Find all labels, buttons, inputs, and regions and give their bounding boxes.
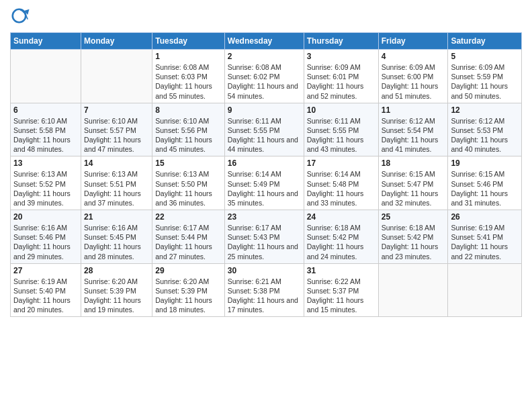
- cell-day-number: 9: [228, 105, 301, 115]
- calendar-cell: 20Sunrise: 6:16 AM Sunset: 5:46 PM Dayli…: [11, 210, 81, 264]
- calendar-cell: 15Sunrise: 6:13 AM Sunset: 5:50 PM Dayli…: [152, 156, 225, 210]
- cell-day-number: 12: [451, 105, 519, 115]
- cell-sun-info: Sunrise: 6:18 AM Sunset: 5:42 PM Dayligh…: [382, 223, 445, 261]
- cell-day-number: 29: [155, 266, 222, 275]
- calendar-week-3: 13Sunrise: 6:13 AM Sunset: 5:52 PM Dayli…: [11, 156, 522, 210]
- cell-sun-info: Sunrise: 6:11 AM Sunset: 5:55 PM Dayligh…: [307, 116, 375, 154]
- calendar-cell: 26Sunrise: 6:19 AM Sunset: 5:41 PM Dayli…: [448, 210, 522, 264]
- calendar-cell: 4Sunrise: 6:09 AM Sunset: 6:00 PM Daylig…: [378, 50, 448, 103]
- header: [10, 7, 522, 27]
- cell-sun-info: Sunrise: 6:13 AM Sunset: 5:51 PM Dayligh…: [84, 169, 149, 208]
- cell-sun-info: Sunrise: 6:15 AM Sunset: 5:47 PM Dayligh…: [382, 169, 445, 208]
- cell-day-number: 15: [155, 158, 222, 168]
- calendar-cell: 29Sunrise: 6:20 AM Sunset: 5:39 PM Dayli…: [152, 263, 225, 317]
- calendar-cell: 16Sunrise: 6:14 AM Sunset: 5:49 PM Dayli…: [224, 156, 304, 210]
- calendar-cell: 27Sunrise: 6:19 AM Sunset: 5:40 PM Dayli…: [11, 263, 81, 317]
- calendar-header-saturday: Saturday: [448, 33, 522, 50]
- cell-sun-info: Sunrise: 6:10 AM Sunset: 5:56 PM Dayligh…: [155, 116, 222, 154]
- calendar-cell: [378, 263, 448, 317]
- calendar-cell: 11Sunrise: 6:12 AM Sunset: 5:54 PM Dayli…: [378, 103, 448, 156]
- calendar-cell: 30Sunrise: 6:21 AM Sunset: 5:38 PM Dayli…: [224, 263, 304, 317]
- cell-sun-info: Sunrise: 6:22 AM Sunset: 5:37 PM Dayligh…: [307, 277, 375, 315]
- calendar-cell: 2Sunrise: 6:08 AM Sunset: 6:02 PM Daylig…: [224, 50, 304, 103]
- calendar-cell: [81, 50, 152, 103]
- calendar-cell: 12Sunrise: 6:12 AM Sunset: 5:53 PM Dayli…: [448, 103, 522, 156]
- cell-sun-info: Sunrise: 6:21 AM Sunset: 5:38 PM Dayligh…: [228, 277, 301, 315]
- calendar-table: SundayMondayTuesdayWednesdayThursdayFrid…: [10, 32, 522, 317]
- cell-sun-info: Sunrise: 6:16 AM Sunset: 5:45 PM Dayligh…: [84, 223, 149, 261]
- page: SundayMondayTuesdayWednesdayThursdayFrid…: [0, 0, 532, 411]
- calendar-cell: 28Sunrise: 6:20 AM Sunset: 5:39 PM Dayli…: [81, 263, 152, 317]
- cell-sun-info: Sunrise: 6:10 AM Sunset: 5:58 PM Dayligh…: [13, 116, 78, 154]
- calendar-cell: 22Sunrise: 6:17 AM Sunset: 5:44 PM Dayli…: [152, 210, 225, 264]
- cell-sun-info: Sunrise: 6:13 AM Sunset: 5:52 PM Dayligh…: [13, 169, 78, 208]
- calendar-header-thursday: Thursday: [304, 33, 378, 50]
- calendar-cell: 13Sunrise: 6:13 AM Sunset: 5:52 PM Dayli…: [11, 156, 81, 210]
- calendar-cell: 8Sunrise: 6:10 AM Sunset: 5:56 PM Daylig…: [152, 103, 225, 156]
- cell-day-number: 14: [84, 158, 149, 168]
- cell-day-number: 10: [307, 105, 375, 115]
- cell-day-number: 30: [228, 266, 301, 275]
- cell-day-number: 25: [382, 212, 445, 222]
- cell-sun-info: Sunrise: 6:12 AM Sunset: 5:54 PM Dayligh…: [382, 116, 445, 154]
- calendar-cell: [448, 263, 522, 317]
- cell-day-number: 7: [84, 105, 149, 115]
- cell-day-number: 21: [84, 212, 149, 222]
- calendar-cell: 14Sunrise: 6:13 AM Sunset: 5:51 PM Dayli…: [81, 156, 152, 210]
- cell-sun-info: Sunrise: 6:10 AM Sunset: 5:57 PM Dayligh…: [84, 116, 149, 154]
- cell-sun-info: Sunrise: 6:17 AM Sunset: 5:43 PM Dayligh…: [228, 223, 301, 261]
- cell-sun-info: Sunrise: 6:09 AM Sunset: 5:59 PM Dayligh…: [451, 62, 519, 101]
- cell-day-number: 28: [84, 266, 149, 275]
- cell-day-number: 2: [228, 52, 301, 61]
- cell-sun-info: Sunrise: 6:08 AM Sunset: 6:02 PM Dayligh…: [228, 62, 301, 101]
- cell-day-number: 27: [13, 266, 78, 275]
- cell-day-number: 26: [451, 212, 519, 222]
- calendar-cell: 24Sunrise: 6:18 AM Sunset: 5:42 PM Dayli…: [304, 210, 378, 264]
- calendar-cell: 6Sunrise: 6:10 AM Sunset: 5:58 PM Daylig…: [11, 103, 81, 156]
- cell-day-number: 18: [382, 158, 445, 168]
- cell-sun-info: Sunrise: 6:20 AM Sunset: 5:39 PM Dayligh…: [84, 277, 149, 315]
- cell-day-number: 17: [307, 158, 375, 168]
- cell-day-number: 19: [451, 158, 519, 168]
- calendar-cell: 31Sunrise: 6:22 AM Sunset: 5:37 PM Dayli…: [304, 263, 378, 317]
- calendar-cell: [11, 50, 81, 103]
- cell-sun-info: Sunrise: 6:11 AM Sunset: 5:55 PM Dayligh…: [228, 116, 301, 154]
- cell-day-number: 24: [307, 212, 375, 222]
- calendar-week-4: 20Sunrise: 6:16 AM Sunset: 5:46 PM Dayli…: [11, 210, 522, 264]
- calendar-header-friday: Friday: [378, 33, 448, 50]
- cell-sun-info: Sunrise: 6:19 AM Sunset: 5:40 PM Dayligh…: [13, 277, 78, 315]
- calendar-header-tuesday: Tuesday: [152, 33, 225, 50]
- cell-sun-info: Sunrise: 6:17 AM Sunset: 5:44 PM Dayligh…: [155, 223, 222, 261]
- calendar-week-5: 27Sunrise: 6:19 AM Sunset: 5:40 PM Dayli…: [11, 263, 522, 317]
- cell-sun-info: Sunrise: 6:12 AM Sunset: 5:53 PM Dayligh…: [451, 116, 519, 154]
- calendar-cell: 9Sunrise: 6:11 AM Sunset: 5:55 PM Daylig…: [224, 103, 304, 156]
- calendar-header-wednesday: Wednesday: [224, 33, 304, 50]
- cell-sun-info: Sunrise: 6:18 AM Sunset: 5:42 PM Dayligh…: [307, 223, 375, 261]
- cell-day-number: 11: [382, 105, 445, 115]
- cell-day-number: 5: [451, 52, 519, 61]
- calendar-header-monday: Monday: [81, 33, 152, 50]
- cell-day-number: 16: [228, 158, 301, 168]
- cell-sun-info: Sunrise: 6:14 AM Sunset: 5:48 PM Dayligh…: [307, 169, 375, 208]
- cell-sun-info: Sunrise: 6:14 AM Sunset: 5:49 PM Dayligh…: [228, 169, 301, 208]
- cell-sun-info: Sunrise: 6:19 AM Sunset: 5:41 PM Dayligh…: [451, 223, 519, 261]
- calendar-cell: 18Sunrise: 6:15 AM Sunset: 5:47 PM Dayli…: [378, 156, 448, 210]
- logo-icon: [10, 7, 30, 27]
- calendar-cell: 3Sunrise: 6:09 AM Sunset: 6:01 PM Daylig…: [304, 50, 378, 103]
- cell-sun-info: Sunrise: 6:08 AM Sunset: 6:03 PM Dayligh…: [155, 62, 222, 101]
- cell-day-number: 22: [155, 212, 222, 222]
- cell-sun-info: Sunrise: 6:09 AM Sunset: 6:00 PM Dayligh…: [382, 62, 445, 101]
- calendar-week-2: 6Sunrise: 6:10 AM Sunset: 5:58 PM Daylig…: [11, 103, 522, 156]
- calendar-cell: 1Sunrise: 6:08 AM Sunset: 6:03 PM Daylig…: [152, 50, 225, 103]
- calendar-week-1: 1Sunrise: 6:08 AM Sunset: 6:03 PM Daylig…: [11, 50, 522, 103]
- cell-day-number: 20: [13, 212, 78, 222]
- cell-day-number: 8: [155, 105, 222, 115]
- calendar-cell: 21Sunrise: 6:16 AM Sunset: 5:45 PM Dayli…: [81, 210, 152, 264]
- calendar-cell: 23Sunrise: 6:17 AM Sunset: 5:43 PM Dayli…: [224, 210, 304, 264]
- cell-sun-info: Sunrise: 6:15 AM Sunset: 5:46 PM Dayligh…: [451, 169, 519, 208]
- cell-day-number: 23: [228, 212, 301, 222]
- calendar-cell: 25Sunrise: 6:18 AM Sunset: 5:42 PM Dayli…: [378, 210, 448, 264]
- svg-point-0: [13, 9, 26, 23]
- calendar-cell: 10Sunrise: 6:11 AM Sunset: 5:55 PM Dayli…: [304, 103, 378, 156]
- calendar-cell: 5Sunrise: 6:09 AM Sunset: 5:59 PM Daylig…: [448, 50, 522, 103]
